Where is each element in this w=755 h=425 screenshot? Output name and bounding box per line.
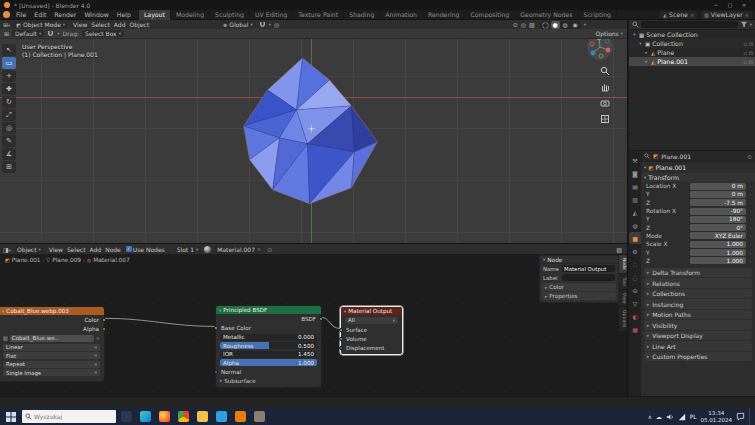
properties-tab[interactable]: ■	[629, 232, 641, 244]
show-overlays-icon[interactable]: ◎	[521, 21, 526, 28]
collapsed-section-header[interactable]: ▸ Line Art	[644, 341, 752, 351]
node-slider[interactable]: Roughness 0.500	[220, 342, 317, 349]
properties-tab[interactable]: ◐	[629, 310, 641, 322]
interpolation-select[interactable]: Linear▾	[3, 344, 100, 351]
value-field[interactable]: 1.000	[690, 241, 746, 248]
outliner-row[interactable]: ▾ ▦ Scene Collection ▫ ⊡	[629, 30, 755, 39]
normal-socket[interactable]	[214, 370, 218, 374]
value-field[interactable]: 0 m	[690, 191, 746, 198]
properties-tab[interactable]: ⊝	[629, 284, 641, 296]
shader-editor[interactable]: ◨▾ Object▾ ViewSelectAddNode ✓ Use Nodes…	[0, 243, 628, 396]
value-field[interactable]: -7.5 m	[690, 199, 746, 206]
active-tool-select[interactable]: Select Box▾	[82, 30, 124, 37]
material-output-node[interactable]: ▾ Material Output All▾ Surface Volume Di…	[340, 306, 403, 355]
pin-icon[interactable]: ⊙	[747, 153, 752, 160]
image-texture-node[interactable]: ▾ Cobalt_Blue.webp.003 Color Alpha ▨ Cob…	[0, 306, 105, 382]
taskbar-app-icon[interactable]	[119, 409, 134, 424]
properties-tab[interactable]: ◌	[629, 271, 641, 283]
hidden-icons-chevron[interactable]: ∧	[648, 414, 652, 420]
menubar-item[interactable]: Window	[80, 10, 112, 20]
collapse-icon[interactable]: ▾	[219, 308, 221, 313]
animate-dot-icon[interactable]: ·	[748, 258, 753, 264]
clock[interactable]: 13:34 05.01.2024	[701, 410, 733, 423]
animate-dot-icon[interactable]: ·	[748, 233, 753, 239]
menubar-item[interactable]: Help	[113, 10, 135, 20]
shading-material-icon[interactable]: ◍	[561, 21, 570, 29]
color-output-socket[interactable]	[102, 318, 106, 322]
expander-icon[interactable]: ▸	[644, 59, 649, 64]
menubar-item[interactable]: File	[12, 10, 30, 20]
search-input[interactable]	[34, 413, 108, 420]
disable-render-icon[interactable]: ⊡	[749, 41, 753, 47]
shading-solid-icon[interactable]: ●	[551, 21, 560, 29]
animate-dot-icon[interactable]: ·	[748, 191, 753, 197]
viewport-menu-item[interactable]: Object	[127, 21, 151, 28]
disable-render-icon[interactable]: ⊡	[749, 59, 753, 65]
tool-grid-icon[interactable]: ⊞	[4, 30, 9, 37]
animate-dot-icon[interactable]: ·	[748, 183, 753, 189]
snap-node-icon[interactable]: ▨	[616, 246, 622, 253]
material-name-field[interactable]: Material.007 ×	[214, 246, 264, 253]
viewport-tool-icon[interactable]: ◎	[2, 122, 16, 134]
collapsed-section-header[interactable]: ▸ Viewport Display	[644, 331, 752, 341]
xray-toggle-icon[interactable]: ▨	[529, 21, 535, 28]
shader-menu-item[interactable]: View	[47, 246, 65, 253]
clear-viewlayer-icon[interactable]: ×	[745, 12, 749, 18]
use-nodes-checkbox[interactable]: ✓ Use Nodes	[126, 246, 165, 253]
options-dropdown[interactable]: Options▾	[596, 30, 623, 37]
shader-menu-item[interactable]: Select	[65, 246, 88, 253]
viewport-tool-icon[interactable]: ▭	[2, 57, 16, 69]
network-icon[interactable]	[678, 413, 686, 421]
transform-section-header[interactable]: ▾ Transform	[641, 173, 755, 182]
node-header[interactable]: ▾ Cobalt_Blue.webp.003	[0, 307, 104, 315]
viewport-tool-icon[interactable]: ↖	[2, 44, 16, 56]
perspective-toggle-icon[interactable]	[600, 114, 610, 124]
node-name-field[interactable]: Material Output	[562, 265, 615, 272]
filter-funnel-icon[interactable]	[740, 21, 748, 28]
properties-tab[interactable]: ∴	[629, 258, 641, 270]
shading-rendered-icon[interactable]: ◉	[571, 21, 580, 29]
properties-tab[interactable]: ⚙	[629, 245, 641, 257]
menubar-item[interactable]: Render	[50, 10, 80, 20]
expander-icon[interactable]: ▾	[644, 165, 646, 170]
properties-tab[interactable]: ▥	[629, 193, 641, 205]
mode-select[interactable]: ◩ Object Mode▾	[13, 21, 68, 28]
viewport-tool-icon[interactable]: ↻	[2, 96, 16, 108]
taskbar-app-icon[interactable]	[157, 409, 172, 424]
value-field[interactable]: XYZ Euler	[690, 232, 746, 239]
subsurface-section[interactable]: ▸ Subsurface	[216, 377, 321, 385]
notifications-icon[interactable]	[736, 412, 745, 421]
object-name-row[interactable]: ▾ ◩ Plane.001	[641, 162, 755, 173]
properties-tab[interactable]: ◍	[629, 219, 641, 231]
collapsed-section-header[interactable]: ▸ Instancing	[644, 299, 752, 309]
blender-menu-icon[interactable]	[3, 11, 10, 18]
viewport-menu-item[interactable]: View	[71, 21, 89, 28]
shader-menu-item[interactable]: Add	[88, 246, 104, 253]
properties-tab[interactable]: ◭	[629, 206, 641, 218]
workspace-tab[interactable]: Animation	[380, 10, 423, 20]
outliner-row[interactable]: ▸ ◭ Plane.001 ▫ ⊡	[629, 57, 755, 66]
expander-icon[interactable]: ▸	[644, 50, 649, 55]
animate-dot-icon[interactable]: ·	[748, 200, 753, 206]
node-header[interactable]: ▾ Material Output	[341, 307, 402, 315]
viewport-tool-icon[interactable]: ⤢	[2, 109, 16, 121]
taskbar-app-icon[interactable]	[138, 409, 153, 424]
animate-dot-icon[interactable]: ·	[748, 241, 753, 247]
animate-dot-icon[interactable]: ·	[748, 225, 753, 231]
language-indicator[interactable]: PL	[690, 414, 697, 420]
outliner-row[interactable]: ▾ ▣ Collection ▫ ⊡	[629, 39, 755, 48]
outliner-filter-input[interactable]	[641, 21, 738, 28]
cloud-icon[interactable]: ☁	[656, 414, 662, 420]
editor-type-icon[interactable]: ⊞▾	[3, 21, 10, 28]
show-desktop-strip[interactable]	[749, 408, 752, 425]
close-button[interactable]: ×	[737, 2, 751, 8]
collapsed-section-header[interactable]: ▸ Delta Transform	[644, 268, 752, 278]
value-field[interactable]: 1.000	[690, 257, 746, 264]
base-color-socket[interactable]	[214, 326, 218, 330]
viewport-tool-icon[interactable]: ∡	[2, 148, 16, 160]
input-socket[interactable]	[339, 337, 343, 341]
unlink-material-icon[interactable]: ×	[257, 246, 261, 252]
collapsed-section-header[interactable]: ▸ Motion Paths	[644, 310, 752, 320]
maximize-button[interactable]: ◻	[723, 2, 737, 8]
workspace-tab[interactable]: Geometry Nodes	[515, 10, 578, 20]
